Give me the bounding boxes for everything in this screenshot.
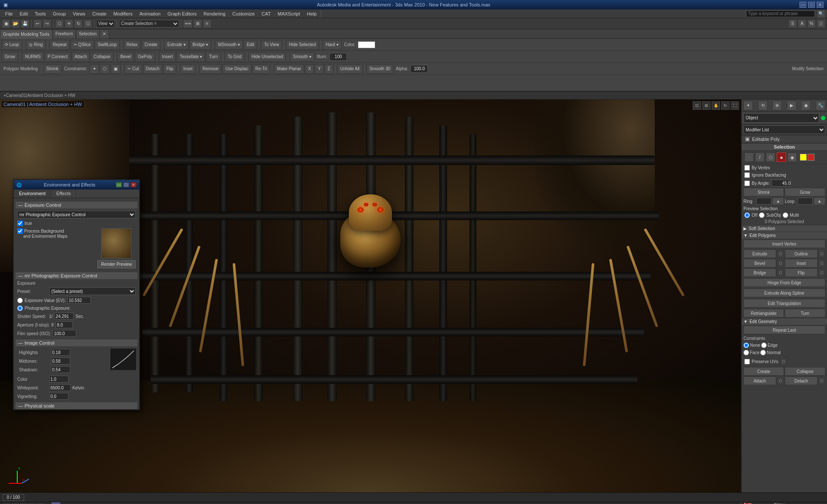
repeat-btn[interactable]: Repeat [50,40,69,50]
bevel-settings-btn[interactable]: □ [777,259,784,268]
border-icon-btn[interactable]: ⬡ [766,152,775,162]
by-angle-checkbox[interactable] [744,180,750,186]
outline-settings-btn[interactable]: □ [818,249,825,258]
ring-input[interactable] [756,198,771,205]
makeplanar-btn[interactable]: Make Planar [274,64,304,74]
view-dropdown[interactable]: View [96,20,115,28]
percent-snap[interactable]: % [807,19,816,28]
undo-btn[interactable]: ↩ [33,19,42,28]
select-btn[interactable]: ⬡ [55,19,64,28]
viewport[interactable]: Camera01 | Ambient Occlusion + HW ⊡ ⊞ ✋ … [0,100,741,492]
preview-off-radio[interactable] [744,212,750,218]
arc-rotate-btn[interactable]: ↻ [721,101,730,110]
constr-face[interactable]: ▣ [111,64,121,74]
detach-settings-btn[interactable]: □ [818,376,825,385]
close-button[interactable]: ✕ [817,2,824,8]
element-icon-btn[interactable]: ◉ [787,152,797,162]
vertex-icon-btn[interactable]: · [744,152,754,162]
detach-btn-panel[interactable]: Detach [785,376,818,385]
tab-close[interactable]: ✕ [99,29,109,39]
vignetting-input[interactable] [49,393,68,400]
save-btn[interactable]: 💾 [21,19,29,28]
tab-freeform[interactable]: Freeform [53,29,76,39]
menu-rendering[interactable]: Rendering [200,10,229,17]
smooth-btn[interactable]: Smooth ▾ [290,52,314,62]
render-preview-btn[interactable]: Render Preview [97,260,136,268]
hide-selected-btn[interactable]: Hide Selected [286,40,319,50]
polygon-icon-btn[interactable]: ■ [777,152,786,162]
loop-input[interactable] [798,198,813,205]
zoom-all-btn[interactable]: ⊞ [702,101,711,110]
grow-btn-panel[interactable]: Grow [785,188,825,196]
object-color-dot[interactable] [821,116,825,120]
swiftloop-btn[interactable]: SwiftLoop [95,40,120,50]
panel-icon-modify[interactable]: ⟲ [758,101,768,110]
spinner-snap[interactable]: ⍁ [817,19,825,28]
create-selection-dropdown[interactable]: Create Selection = [119,20,179,28]
tessellate-btn[interactable]: Tessellate ▾ [177,52,205,62]
scale-btn[interactable]: ⬡ [84,19,92,28]
create-btn-panel[interactable]: Create [743,367,784,376]
exposure-type-dropdown[interactable]: mr Photographic Exposure Control [17,211,136,218]
color-swatch-yellow[interactable] [800,154,807,161]
dialog-maximize[interactable]: □ [123,182,129,187]
new-btn[interactable]: ▣ [2,19,10,28]
menu-views[interactable]: Views [69,10,89,17]
cut-btn[interactable]: ✂ Cut [124,64,142,74]
panel-icon-utilities[interactable]: 🔧 [816,101,825,110]
edit-btn[interactable]: Edit [244,40,257,50]
dialog-close[interactable]: ✕ [131,182,137,187]
inset-btn-panel[interactable]: Inset [785,259,818,268]
constr-none[interactable]: ✦ [90,64,99,74]
outline-btn-panel[interactable]: Outline [785,249,818,258]
loop-btn[interactable]: ⟳ Loop [2,40,22,50]
whitepoint-input[interactable] [49,384,71,391]
menu-customize[interactable]: Customize [229,10,258,17]
edge-icon-btn[interactable]: / [755,152,765,162]
color-input[interactable] [49,376,68,383]
aperture-input[interactable] [56,321,73,328]
normal-radio[interactable] [760,350,766,355]
panel-icon-motion[interactable]: ▶ [787,101,796,110]
inset-settings-btn[interactable]: □ [818,259,825,268]
bevel-btn2[interactable]: Bevel [117,52,134,62]
active-checkbox[interactable] [17,221,23,226]
redo-btn[interactable]: ↪ [43,19,51,28]
repeat-last-btn[interactable]: Repeat Last [743,326,825,334]
turn-btn2[interactable]: Turn [206,52,221,62]
highlights-input[interactable] [51,349,70,356]
pan-btn[interactable]: ✋ [712,101,720,110]
relax-btn[interactable]: Relax [124,40,141,50]
search-btn[interactable]: 🔍 [817,9,825,18]
hide-unselected-btn[interactable]: Hide Unselected [249,52,286,62]
film-input[interactable] [53,330,76,337]
flip-btn2[interactable]: Flip [163,64,176,74]
y-btn[interactable]: Y [315,64,324,74]
pconnect-btn[interactable]: P Connect [45,52,71,62]
bridge-btn-panel[interactable]: Bridge [743,268,776,277]
flip-btn-panel[interactable]: Flip [785,268,818,277]
shadows-input[interactable] [51,366,70,373]
menu-tools[interactable]: Tools [31,10,50,17]
preview-subobj-radio[interactable] [759,212,765,218]
color-swatch-red[interactable] [808,154,815,161]
bridge-settings-btn[interactable]: □ [777,268,784,277]
ev-radio[interactable] [17,298,23,303]
remove-btn[interactable]: Remove [199,64,221,74]
nurms-btn[interactable]: NURMS [22,52,44,62]
by-angle-input[interactable] [771,180,791,187]
qslice-btn[interactable]: ✂ QSlice [71,40,94,50]
panel-icon-display[interactable]: ◉ [801,101,811,110]
panel-icon-hierarchy[interactable]: ⊕ [772,101,782,110]
unhide-all-btn[interactable]: Unhide All [337,64,363,74]
face-radio[interactable] [743,350,749,355]
menu-maxscript[interactable]: MAXScript [274,10,304,17]
shrink-btn[interactable]: Shrink [44,64,62,74]
preset-dropdown[interactable]: (Select a preset) [49,287,136,295]
menu-animation[interactable]: Animation [136,10,164,17]
constr-edge[interactable]: ⬡ [100,64,110,74]
panel-icon-create[interactable]: ✦ [743,101,753,110]
retri-btn[interactable]: Re-Tri [252,64,270,74]
smooth30-btn[interactable]: Smooth 30 [367,64,393,74]
menu-graph-editors[interactable]: Graph Editors [164,10,200,17]
